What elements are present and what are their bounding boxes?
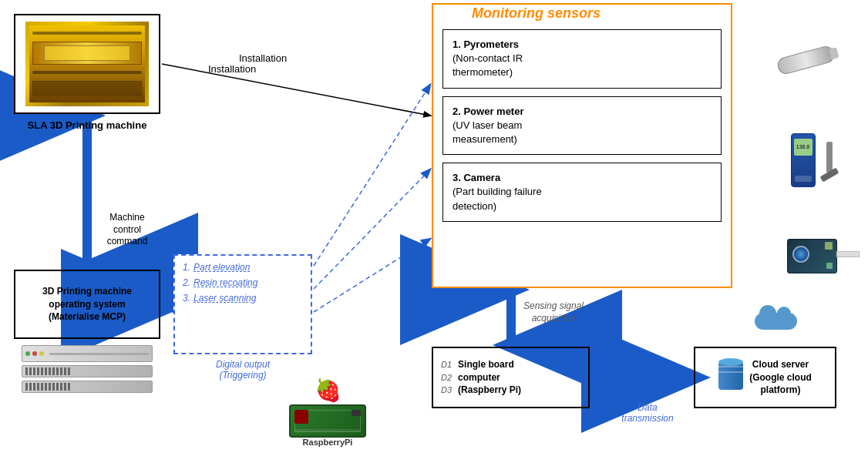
monitoring-sensors-box: 1. Pyrometers(Non-contact IRthermometer)… [432,3,732,288]
installation-label: Installation [208,63,256,75]
raspi-label: RaspberryPi [303,438,353,447]
power-meter-image: 138.8 [778,123,851,196]
data-transmission-label: Datatransmission [609,402,686,424]
hardware-line-2 [22,381,153,393]
hardware-line-1 [22,365,153,377]
sbc-code-d2: D2 [441,371,452,384]
sbc-box: D1 D2 D3 Single boardcomputer(Raspberry … [432,347,590,408]
hardware-row-1 [22,345,153,362]
monitoring-sensors-title: Monitoring sensors [472,5,601,22]
os-box: 3D Printing machineoperating system(Mate… [14,270,160,339]
database-icon [718,362,743,393]
diagram-container: SLA 3D Printing machine Installation Ins… [0,0,868,473]
pyrometer-image [777,35,846,92]
db-cylinder [718,362,743,390]
svg-line-0 [162,64,430,116]
svg-line-4 [314,169,430,289]
sensor-2-label: 2. Power meter(UV laser beammeasurement) [453,106,524,145]
machine-control-label: Machinecontrolcommand [96,212,158,248]
sensor-item-2: 2. Power meter(UV laser beammeasurement) [442,96,722,156]
digital-output-box: 1. Part elevation 2. Resin recoating 3. … [173,254,312,354]
sensor-item-1: 1. Pyrometers(Non-contact IRthermometer) [442,29,722,89]
svg-line-3 [314,85,430,266]
sensor-1-label: 1. Pyrometers(Non-contact IRthermometer) [453,39,523,78]
sla-machine-image [25,22,149,106]
sbc-code-d3: D3 [441,384,452,397]
sensor-item-3: 3. Camera(Part building failuredetection… [442,163,722,222]
sbc-code-d1: D1 [441,358,452,371]
cloud-icon-area [755,300,797,330]
sbc-codes: D1 D2 D3 [441,358,452,397]
digital-output-item-1: 1. Part elevation [183,262,303,273]
dot-red-1 [32,351,37,356]
sbc-text: Single boardcomputer(Raspberry Pi) [458,358,521,397]
installation-text: Installation [239,52,287,64]
raspberry-pi-area: 🍓 RaspberryPi [278,377,378,447]
camera-image [775,227,849,285]
dot-yellow-1 [39,351,44,356]
cloud-server-box: Cloud server(Google cloudplatform) [694,347,836,408]
svg-line-5 [314,239,430,312]
raspi-board [289,404,366,438]
cloud-server-label: Cloud server(Google cloudplatform) [749,358,812,397]
os-hardware [14,345,160,407]
dot-green-1 [25,351,30,356]
sla-machine-box [14,14,160,114]
sensor-3-label: 3. Camera(Part building failuredetection… [453,172,542,211]
raspi-logo: 🍓 [315,377,341,403]
digital-output-item-3: 3. Laser scanning [183,293,303,304]
cloud-shape [755,300,797,330]
sensing-signal-label: Sensing signalacquisition [507,300,600,324]
sla-machine-label: SLA 3D Printing machine [14,119,160,133]
digital-output-item-2: 2. Resin recoating [183,277,303,288]
os-label: 3D Printing machineoperating system(Mate… [42,285,132,324]
